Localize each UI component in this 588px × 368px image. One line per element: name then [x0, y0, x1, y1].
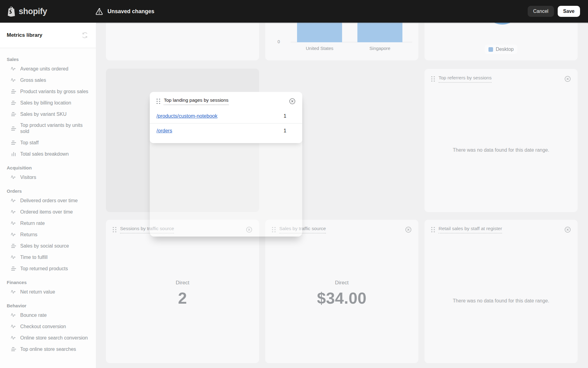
sidebar-item-total-sales-breakdown[interactable]: Total sales breakdown: [0, 148, 96, 160]
wave-chart-icon: [10, 289, 17, 295]
shopify-bag-icon: [7, 6, 16, 17]
sidebar-item-top-staff[interactable]: Top staff: [0, 137, 96, 148]
remove-card-icon[interactable]: [564, 226, 571, 233]
sidebar-item-returns[interactable]: Returns: [0, 229, 96, 240]
sidebar-item-sales-by-social-source[interactable]: Sales by social source: [0, 240, 96, 252]
sidebar-item-visitors[interactable]: Visitors: [0, 172, 96, 183]
sidebar-item-label: Checkout conversion: [20, 324, 66, 330]
sidebar-item-label: Top staff: [20, 140, 39, 146]
wave-chart-icon: [10, 323, 17, 330]
card-header: Top referrers by sessions: [424, 69, 578, 83]
dragged-card-top-landing-pages[interactable]: Top landing pages by sessions /products/…: [150, 92, 302, 237]
wave-chart-icon: [10, 312, 17, 318]
card-top-referrers[interactable]: Top referrers by sessions There was no d…: [424, 69, 578, 212]
card-sessions-by-traffic-source[interactable]: Sessions by traffic source Direct 2: [106, 220, 259, 363]
sidebar-item-label: Sales by variant SKU: [20, 111, 66, 117]
bar-label-united-states: United States: [297, 46, 342, 51]
cancel-button[interactable]: Cancel: [528, 6, 554, 17]
landing-page-sessions-count: 1: [284, 113, 286, 119]
landing-page-row: /products/custom-notebook1: [150, 109, 302, 123]
wave-chart-icon: [10, 66, 17, 72]
landing-page-sessions-count: 1: [284, 128, 286, 134]
sidebar-item-label: Returns: [20, 232, 37, 238]
wave-chart-icon: [10, 231, 17, 238]
sidebar-item-online-store-search-conversion[interactable]: Online store search conversion: [0, 332, 96, 343]
landing-pages-list: /products/custom-notebook1/orders1: [150, 109, 302, 138]
sidebar-title: Metrics library: [7, 32, 42, 38]
drag-handle-icon[interactable]: [113, 227, 116, 233]
sidebar-header: Metrics library: [0, 23, 96, 48]
sidebar-item-label: Ordered items over time: [20, 209, 73, 215]
sidebar-item-ordered-items-over-time[interactable]: Ordered items over time: [0, 206, 96, 218]
hbars-chart-icon: [10, 125, 17, 132]
metric-label: Direct: [265, 280, 418, 286]
sidebar-section-behavior: Behavior: [0, 303, 96, 308]
no-data-message: There was no data found for this date ra…: [424, 298, 578, 304]
sidebar-item-checkout-conversion[interactable]: Checkout conversion: [0, 321, 96, 332]
card-sales-by-traffic-source[interactable]: Sales by traffic source Direct $34.00: [265, 220, 418, 363]
sidebar-item-delivered-orders-over-time[interactable]: Delivered orders over time: [0, 195, 96, 206]
sidebar-item-label: Sales by social source: [20, 243, 69, 249]
sidebar-item-label: Average units ordered: [20, 66, 68, 72]
card-retail-sales-by-staff[interactable]: Retail sales by staff at register There …: [424, 220, 578, 363]
remove-card-icon[interactable]: [564, 76, 571, 82]
sidebar-item-average-units-ordered[interactable]: Average units ordered: [0, 63, 96, 74]
card-title[interactable]: Top referrers by sessions: [439, 75, 492, 83]
drag-handle-icon[interactable]: [156, 99, 160, 104]
unsaved-changes-status: Unsaved changes: [96, 7, 154, 15]
drag-handle-icon[interactable]: [431, 76, 435, 82]
sidebar-item-label: Bounce rate: [20, 312, 47, 318]
sidebar-item-label: Top online store searches: [20, 346, 76, 352]
sidebar-item-label: Net return value: [20, 289, 55, 295]
drag-handle-icon[interactable]: [431, 227, 435, 233]
sidebar-item-bounce-rate[interactable]: Bounce rate: [0, 309, 96, 321]
hbars-chart-icon: [10, 243, 17, 249]
landing-page-link[interactable]: /orders: [156, 128, 172, 134]
sidebar-item-label: Sales by billing location: [20, 100, 71, 106]
sidebar-item-gross-sales[interactable]: Gross sales: [0, 74, 96, 86]
card-title[interactable]: Retail sales by staff at register: [439, 226, 502, 233]
sidebar-section-acquisition: Acquisition: [0, 165, 96, 170]
sidebar-item-sales-by-variant-sku[interactable]: Sales by variant SKU: [0, 108, 96, 120]
sidebar-item-top-product-variants-by-units-sold[interactable]: Top product variants by units sold: [0, 120, 96, 137]
sidebar-item-time-to-fulfill[interactable]: Time to fulfill: [0, 252, 96, 263]
hbars-chart-icon: [10, 111, 17, 117]
sidebar-section-finances: Finances: [0, 280, 96, 285]
legend-label-desktop: Desktop: [496, 47, 514, 52]
wave-chart-icon: [10, 77, 17, 83]
shopify-logo: shopify: [7, 6, 96, 17]
sidebar-item-top-returned-products[interactable]: Top returned products: [0, 263, 96, 274]
sidebar-item-top-online-store-searches[interactable]: Top online store searches: [0, 343, 96, 355]
metrics-library-sidebar: Metrics library SalesAverage units order…: [0, 23, 96, 368]
save-button[interactable]: Save: [558, 6, 580, 17]
warning-icon: [96, 7, 104, 15]
hbars-chart-icon: [10, 139, 17, 146]
sidebar-section-orders: Orders: [0, 188, 96, 194]
shopify-wordmark: shopify: [19, 7, 47, 16]
landing-page-link[interactable]: /products/custom-notebook: [156, 113, 217, 119]
reset-refresh-icon[interactable]: [81, 32, 89, 39]
card-title[interactable]: Top landing pages by sessions: [164, 97, 228, 105]
metric-value: $34.00: [265, 289, 418, 307]
bar-label-singapore: Singapore: [357, 46, 402, 51]
wave-chart-icon: [10, 335, 17, 341]
sidebar-item-return-rate[interactable]: Return rate: [0, 218, 96, 229]
metric-block: Direct 2: [106, 280, 259, 307]
dashboard-board: 0 United States Singapore Desktop Top re…: [96, 0, 588, 368]
remove-card-icon[interactable]: [289, 98, 296, 104]
sidebar-item-product-variants-by-gross-sales[interactable]: Product variants by gross sales: [0, 86, 96, 97]
wave-chart-icon: [10, 197, 17, 204]
status-text: Unsaved changes: [107, 8, 154, 15]
no-data-message: There was no data found for this date ra…: [424, 147, 578, 153]
wave-chart-icon: [10, 254, 17, 260]
wave-chart-icon: [10, 209, 17, 215]
vbars-chart-icon: [10, 151, 17, 157]
remove-card-icon[interactable]: [405, 226, 412, 233]
device-legend: Desktop: [424, 45, 578, 54]
legend-item-desktop[interactable]: Desktop: [485, 45, 518, 54]
sidebar-item-net-return-value[interactable]: Net return value: [0, 286, 96, 298]
sidebar-item-sales-by-billing-location[interactable]: Sales by billing location: [0, 97, 96, 108]
hbars-chart-icon: [10, 346, 17, 352]
hbars-chart-icon: [10, 88, 17, 95]
sidebar-item-label: Total sales breakdown: [20, 151, 69, 157]
